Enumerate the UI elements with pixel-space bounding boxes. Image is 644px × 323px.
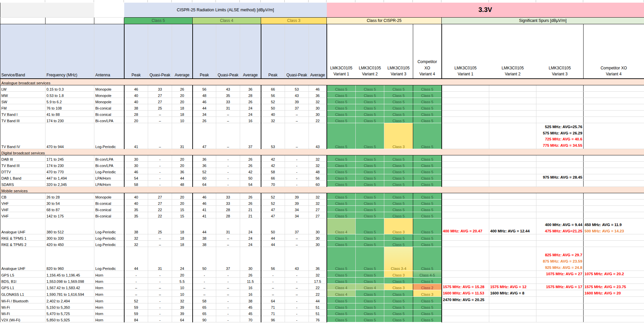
cell-limit[interactable]: - <box>285 277 309 283</box>
cell-limit[interactable]: 47 <box>193 123 216 149</box>
cell-antenna[interactable]: LPA/Horn <box>94 174 124 181</box>
cell-spurs[interactable] <box>442 309 489 316</box>
cell-spurs[interactable] <box>489 297 536 303</box>
cell-limit[interactable]: 16 <box>240 117 261 123</box>
cell-class[interactable]: Class 5 <box>384 316 413 322</box>
cell-frequency[interactable]: 0.15 to 0.3 <box>46 85 94 91</box>
cell-spurs[interactable] <box>536 117 584 123</box>
cell-frequency[interactable]: 1,553.098 to 1,569.098 <box>46 277 94 283</box>
cell-service[interactable]: MW <box>0 91 46 98</box>
cell-class[interactable]: Class 5 <box>413 277 442 283</box>
cell-spurs[interactable] <box>584 104 644 110</box>
cell-limit[interactable]: 41 <box>193 212 216 218</box>
cell-limit[interactable]: – <box>216 110 240 117</box>
cell-limit[interactable]: - <box>216 316 240 322</box>
cell-spurs[interactable]: 825 MHz: AVG = 29.7875 MHz: AVG = 23.599… <box>536 247 584 271</box>
cell-class[interactable]: Class 5 <box>327 181 356 187</box>
cell-limit[interactable]: - <box>216 277 240 283</box>
cell-spurs[interactable] <box>489 117 536 123</box>
cell-limit[interactable]: 53 <box>285 85 309 91</box>
cell-antenna[interactable]: Horn <box>94 303 124 309</box>
cell-limit[interactable]: 36 <box>240 85 261 91</box>
cell-class[interactable]: Class 5 <box>384 168 413 174</box>
cell-spurs[interactable] <box>442 155 489 161</box>
cell-frequency[interactable]: 76 to 108 <box>46 104 94 110</box>
cell-frequency[interactable]: 174 to 230 <box>46 117 94 123</box>
cell-class[interactable]: Class 5 <box>356 91 384 98</box>
cell-limit[interactable]: - <box>285 174 309 181</box>
blank-cell[interactable] <box>0 17 46 24</box>
cell-spurs[interactable]: 1600 MHz: AVG = 20 <box>584 290 644 297</box>
cell-limit[interactable]: 43 <box>285 91 309 98</box>
cell-antenna[interactable]: Horn <box>94 309 124 316</box>
section-header[interactable]: Analogue broadcast services <box>0 79 644 85</box>
cell-spurs[interactable] <box>584 98 644 104</box>
cell-limit[interactable]: - <box>216 181 240 187</box>
cell-class[interactable]: Class 5 <box>413 91 442 98</box>
cell-antenna[interactable]: Monopole <box>94 85 124 91</box>
cell-class[interactable]: Class 5 <box>356 290 384 297</box>
cell-class[interactable]: Class 5 <box>384 206 413 212</box>
cell-class[interactable]: Class 5 <box>327 174 356 181</box>
cell-limit[interactable]: 43 <box>216 85 240 91</box>
cell-service[interactable]: GPS L5 <box>0 271 46 278</box>
cell-limit[interactable]: 44 <box>261 241 285 247</box>
cell-limit[interactable]: 40 <box>124 98 148 104</box>
cell-frequency[interactable]: 1,156.45 to 1,196.45 <box>46 271 94 278</box>
cell-limit[interactable]: 40 <box>261 110 285 117</box>
cell-service[interactable]: RKE & TPMS 2 <box>0 241 46 247</box>
cell-limit[interactable]: 30 <box>124 155 148 161</box>
cell-limit[interactable]: – <box>285 110 309 117</box>
cell-spurs[interactable] <box>536 104 584 110</box>
cell-service[interactable]: GPS L1 <box>0 283 46 290</box>
cell-limit[interactable]: 50 <box>240 174 261 181</box>
cell-limit[interactable]: 26 <box>240 155 261 161</box>
cell-limit[interactable]: 32 <box>309 161 327 168</box>
cell-antenna[interactable]: Log-Periodic <box>94 123 124 149</box>
cell-antenna[interactable]: Log-Periodic <box>94 218 124 234</box>
cell-class[interactable]: Class 3-4 <box>384 247 413 271</box>
cell-class[interactable]: Class 5 <box>413 241 442 247</box>
cell-frequency[interactable]: 26 to 28 <box>46 193 94 200</box>
cell-spurs[interactable] <box>536 193 584 200</box>
cell-class[interactable]: Class 5 <box>356 277 384 283</box>
cell-limit[interactable]: 21 <box>240 212 261 218</box>
cell-frequency[interactable]: 300 to 330 <box>46 234 94 241</box>
cell-class[interactable]: Class 5 <box>413 123 442 149</box>
cell-class[interactable]: Class 5 <box>356 247 384 271</box>
cell-limit[interactable]: – <box>216 234 240 241</box>
col-header-frequency[interactable]: Frequency (MHz) <box>46 24 94 79</box>
cell-spurs[interactable] <box>536 161 584 168</box>
cell-service[interactable]: Wi-Fi <box>0 309 46 316</box>
cell-service[interactable]: RKE & TPMS 1 <box>0 234 46 241</box>
cell-class[interactable]: Class 5 <box>327 123 356 149</box>
cell-class[interactable]: Class 5 <box>356 316 384 322</box>
cell-limit[interactable]: - <box>193 271 216 278</box>
cell-spurs[interactable] <box>536 181 584 187</box>
cell-spurs[interactable] <box>489 241 536 247</box>
cell-frequency[interactable]: 1,567.42 to 1,583.42 <box>46 283 94 290</box>
cell-spurs[interactable] <box>536 303 584 309</box>
cell-limit[interactable]: 27 <box>148 193 172 200</box>
cell-antenna[interactable]: Horn <box>94 316 124 322</box>
cell-limit[interactable]: 52 <box>193 168 216 174</box>
cell-limit[interactable]: 21 <box>240 206 261 212</box>
cell-spurs[interactable] <box>584 206 644 212</box>
cell-limit[interactable]: - <box>261 271 285 278</box>
cell-class[interactable]: Class 5 <box>384 303 413 309</box>
cell-limit[interactable]: – <box>124 283 148 290</box>
cell-spurs[interactable]: 450 MHz: AVG = 11.9500 MHz: AVG = 14.23 <box>584 218 644 234</box>
cell-class[interactable]: Class 3 <box>384 218 413 234</box>
cell-limit[interactable]: 30 <box>309 104 327 110</box>
cell-class[interactable]: Class 5 <box>327 168 356 174</box>
cell-limit[interactable]: – <box>261 283 285 290</box>
col-header-spur-variant-4[interactable]: Competitor XO Variant 4 <box>584 24 644 79</box>
cell-limit[interactable]: – <box>148 283 172 290</box>
cell-service[interactable]: VHF <box>0 206 46 212</box>
cell-limit[interactable]: - <box>148 161 172 168</box>
col-header-average[interactable]: Average <box>172 24 193 79</box>
cell-limit[interactable]: - <box>285 297 309 303</box>
cell-limit[interactable]: 48 <box>193 91 216 98</box>
cell-class[interactable]: Class 5 <box>356 309 384 316</box>
cell-class[interactable]: Class 5 <box>413 104 442 110</box>
